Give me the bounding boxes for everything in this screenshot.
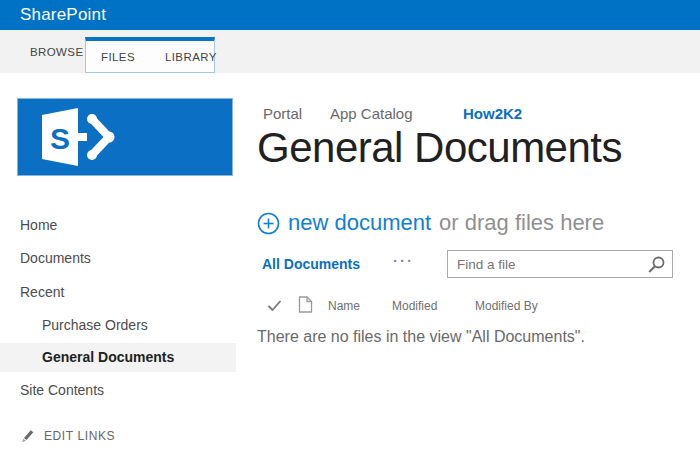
pencil-icon bbox=[20, 428, 35, 443]
drag-files-text: or drag files here bbox=[439, 210, 604, 236]
view-ellipsis-menu[interactable]: ··· bbox=[393, 252, 414, 269]
topnav-app-catalog[interactable]: App Catalog bbox=[330, 104, 413, 124]
document-type-icon[interactable] bbox=[298, 296, 313, 313]
empty-view-message: There are no files in the view "All Docu… bbox=[257, 328, 585, 346]
new-document-row: new document or drag files here bbox=[257, 210, 604, 236]
new-document-link[interactable]: new document bbox=[288, 210, 431, 236]
topnav-portal[interactable]: Portal bbox=[263, 104, 302, 124]
column-header-modified-by[interactable]: Modified By bbox=[475, 299, 538, 313]
find-a-file-box bbox=[447, 250, 673, 278]
column-header-modified[interactable]: Modified bbox=[392, 299, 437, 313]
tab-library[interactable]: LIBRARY bbox=[165, 51, 217, 63]
search-icon[interactable] bbox=[646, 255, 666, 275]
topnav-how2k2[interactable]: How2K2 bbox=[463, 104, 522, 124]
sidebar-item-general-documents[interactable]: General Documents bbox=[42, 349, 174, 365]
svg-text:S: S bbox=[50, 122, 70, 155]
sharepoint-logo-icon: S bbox=[32, 106, 128, 168]
page-title: General Documents bbox=[257, 124, 622, 172]
sharepoint-window: SharePoint BROWSE FILES LIBRARY S Home D… bbox=[0, 0, 700, 460]
tab-browse[interactable]: BROWSE bbox=[30, 30, 84, 73]
ribbon-tab-group: FILES LIBRARY bbox=[85, 37, 215, 73]
sharepoint-logo-tile[interactable]: S bbox=[17, 98, 233, 176]
suite-bar: SharePoint bbox=[0, 0, 700, 30]
column-header-name[interactable]: Name bbox=[328, 299, 360, 313]
sidebar-item-documents[interactable]: Documents bbox=[20, 250, 91, 266]
ribbon-tab-row: BROWSE FILES LIBRARY bbox=[0, 30, 700, 73]
sidebar-item-recent[interactable]: Recent bbox=[20, 284, 64, 300]
brand-title: SharePoint bbox=[20, 5, 106, 25]
plus-circle-icon[interactable] bbox=[257, 212, 280, 235]
edit-links-label: EDIT LINKS bbox=[44, 429, 115, 443]
view-selector-all-documents[interactable]: All Documents bbox=[262, 256, 360, 272]
edit-links-button[interactable]: EDIT LINKS bbox=[20, 428, 115, 443]
tab-browse-label: BROWSE bbox=[30, 46, 84, 58]
tab-files[interactable]: FILES bbox=[101, 51, 135, 63]
select-all-checkmark-icon[interactable] bbox=[267, 300, 282, 312]
sidebar-item-home[interactable]: Home bbox=[20, 217, 57, 233]
find-a-file-input[interactable] bbox=[448, 251, 644, 277]
sidebar-item-site-contents[interactable]: Site Contents bbox=[20, 382, 104, 398]
sidebar-item-purchase-orders[interactable]: Purchase Orders bbox=[42, 317, 148, 333]
